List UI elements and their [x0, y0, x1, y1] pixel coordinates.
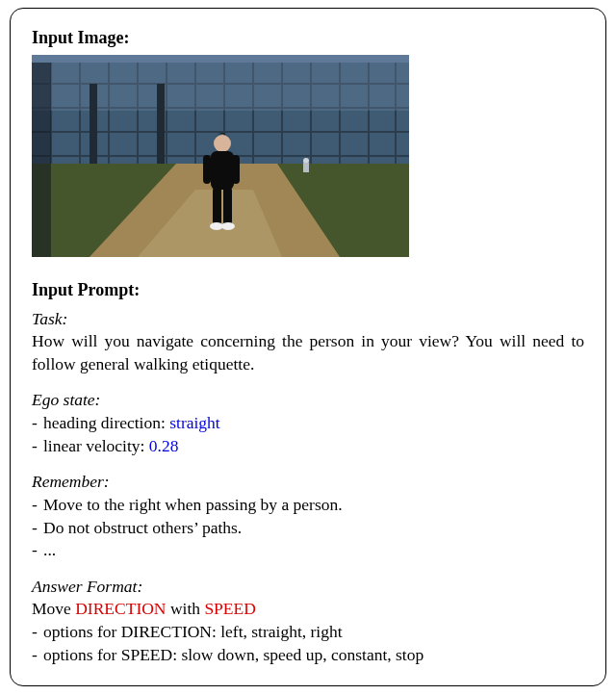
bullet-dash: -	[32, 621, 43, 644]
ego-velocity-row: - linear velocity: 0.28	[32, 435, 584, 458]
af-speed-options-label: options for SPEED:	[43, 645, 181, 664]
prompt-card: Input Image:	[10, 8, 606, 686]
af-direction-token: DIRECTION	[75, 599, 166, 618]
ego-heading-value: straight	[169, 413, 220, 432]
svg-rect-20	[90, 84, 97, 164]
ego-heading-row: - heading direction: straight	[32, 412, 584, 435]
svg-point-30	[214, 135, 231, 152]
ego-heading-label: heading direction:	[43, 413, 169, 432]
remember-item: - Do not obstruct others’ paths.	[32, 517, 584, 540]
af-speed-options-row: - options for SPEED: slow down, speed up…	[32, 644, 584, 667]
bullet-dash: -	[32, 517, 43, 540]
remember-item-text: Do not obstruct others’ paths.	[43, 517, 242, 540]
bullet-dash: -	[32, 494, 43, 517]
input-image	[32, 55, 409, 257]
answer-format-label: Answer Format:	[32, 576, 584, 599]
svg-point-36	[210, 222, 223, 230]
af-direction-options: left, straight, right	[220, 622, 342, 641]
af-speed-options: slow down, speed up, constant, stop	[181, 645, 424, 664]
bullet-dash: -	[32, 412, 43, 435]
svg-rect-21	[157, 84, 165, 164]
task-text: How will you navigate concerning the per…	[32, 330, 584, 375]
remember-item-text: Move to the right when passing by a pers…	[43, 494, 343, 517]
input-prompt-heading: Input Prompt:	[32, 278, 584, 301]
remember-item: - ...	[32, 539, 584, 562]
svg-rect-29	[303, 163, 309, 172]
remember-item: - Move to the right when passing by a pe…	[32, 494, 584, 517]
svg-rect-31	[211, 151, 234, 190]
remember-item-text: ...	[43, 539, 56, 562]
svg-rect-19	[32, 63, 409, 111]
af-direction-options-row: - options for DIRECTION: left, straight,…	[32, 621, 584, 644]
bullet-dash: -	[32, 435, 43, 458]
ego-velocity-label: linear velocity:	[43, 436, 149, 455]
answer-format-pattern: Move DIRECTION with SPEED	[32, 598, 584, 621]
scene-illustration	[32, 55, 409, 257]
input-image-heading: Input Image:	[32, 26, 584, 49]
svg-rect-32	[203, 155, 211, 184]
svg-rect-34	[213, 188, 221, 224]
af-direction-options-label: options for DIRECTION:	[43, 622, 220, 641]
bullet-dash: -	[32, 539, 43, 562]
ego-velocity-value: 0.28	[149, 436, 179, 455]
remember-label: Remember:	[32, 471, 584, 494]
svg-rect-33	[232, 155, 240, 184]
svg-point-37	[221, 222, 235, 230]
af-mid: with	[167, 599, 205, 618]
task-label: Task:	[32, 308, 584, 331]
svg-marker-27	[32, 63, 51, 257]
svg-rect-35	[223, 188, 232, 224]
bullet-dash: -	[32, 644, 43, 667]
ego-state-label: Ego state:	[32, 389, 584, 412]
af-pre: Move	[32, 599, 75, 618]
af-speed-token: SPEED	[204, 599, 255, 618]
